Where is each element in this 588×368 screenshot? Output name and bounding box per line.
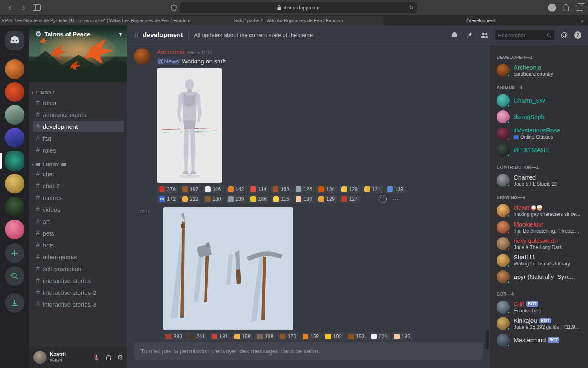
channel-item[interactable]: # memes: [33, 192, 124, 203]
server-icon[interactable]: [5, 128, 24, 148]
server-icon[interactable]: [5, 59, 24, 79]
member-item[interactable]: CliffBOT Écoute -help: [497, 299, 585, 315]
share-button[interactable]: [563, 4, 569, 11]
member-item[interactable]: Shal111 Writing for Teaful's Library: [497, 252, 585, 268]
new-tab-button[interactable]: +: [577, 16, 588, 25]
member-item[interactable]: dxringSoph: [497, 109, 585, 125]
server-icon[interactable]: [5, 220, 24, 239]
reaction-pill[interactable]: 121: [362, 185, 383, 193]
refresh-button[interactable]: ↻: [409, 4, 414, 11]
server-icon[interactable]: [5, 105, 24, 125]
reaction-pill[interactable]: 129: [316, 195, 337, 203]
server-icon[interactable]: [5, 197, 24, 216]
browser-tab[interactable]: #development: [385, 16, 577, 25]
member-item[interactable]: ricky goldsworth Joue à The Long Dark: [497, 236, 585, 252]
reaction-pill[interactable]: 139: [392, 332, 413, 340]
mentions-button[interactable]: @: [561, 31, 568, 39]
member-item[interactable]: Charred Joue à FL Studio 20: [497, 172, 585, 188]
more-options-button[interactable]: ⋯: [392, 195, 399, 203]
attachment-image[interactable]: [157, 68, 222, 183]
address-bar[interactable]: discordapp.com ↻: [180, 2, 417, 13]
channel-item[interactable]: # chat: [33, 168, 124, 180]
channel-item[interactable]: # chat-2: [33, 180, 124, 191]
channel-item[interactable]: # roles: [33, 144, 124, 156]
mute-mic-button[interactable]: [93, 354, 100, 361]
category-lobby[interactable]: ▾ LOBBY: [29, 156, 127, 168]
member-group-label[interactable]: ANIMUS—4: [497, 79, 585, 92]
reaction-pill[interactable]: 197: [180, 185, 201, 193]
channel-item[interactable]: # announcements: [33, 109, 124, 120]
reaction-pill[interactable]: OK 172: [157, 195, 178, 203]
message-avatar[interactable]: [134, 48, 150, 65]
reaction-pill[interactable]: 127: [339, 195, 360, 203]
member-item[interactable]: друг (Naturally_Synth...: [497, 269, 585, 285]
reaction-pill[interactable]: 130: [293, 195, 314, 203]
privacy-shield-icon[interactable]: [171, 4, 177, 11]
reaction-pill[interactable]: 158: [232, 332, 253, 340]
reaction-pill[interactable]: 130: [203, 195, 224, 203]
channel-item[interactable]: # faq: [33, 132, 124, 144]
tabs-overview-button[interactable]: [576, 5, 583, 11]
browser-tab[interactable]: RPG: Les Gardiens de Pyrrtalia (1) "La r…: [0, 16, 192, 25]
member-group-label[interactable]: BOT—4: [497, 285, 585, 299]
channel-item[interactable]: # interactive-stories-2: [33, 287, 124, 298]
member-item[interactable]: Mookieluvr Tip: Be threatening. Threaten…: [497, 219, 585, 236]
member-item[interactable]: MastermindBOT: [497, 332, 585, 348]
member-list-button[interactable]: [480, 31, 489, 39]
chat-scrollbar[interactable]: [486, 330, 489, 349]
downloads-button[interactable]: ↓: [548, 4, 556, 12]
channel-item[interactable]: # art: [33, 215, 124, 227]
reaction-pill[interactable]: 126: [293, 185, 314, 193]
reaction-pill[interactable]: 316: [203, 185, 224, 193]
member-item[interactable]: KinkajouBOT Joue à 15,392 guilds | 711,9…: [497, 315, 585, 332]
discord-home-button[interactable]: [5, 31, 24, 50]
reaction-pill[interactable]: 389: [163, 332, 185, 340]
user-avatar[interactable]: [33, 351, 47, 364]
help-button[interactable]: ?: [574, 31, 581, 39]
channel-item[interactable]: # pets: [33, 227, 124, 239]
server-icon[interactable]: [5, 82, 24, 102]
reaction-pill[interactable]: 378: [157, 185, 178, 193]
browser-forward-button[interactable]: ›: [19, 3, 29, 12]
reaction-pill[interactable]: 192: [323, 332, 344, 340]
reaction-pill[interactable]: 114: [248, 185, 269, 193]
explore-servers-button[interactable]: [5, 266, 24, 286]
reaction-pill[interactable]: 198: [254, 332, 276, 340]
member-item[interactable]: Charm_SW: [497, 92, 585, 109]
add-reaction-button[interactable]: [379, 195, 387, 203]
add-server-button[interactable]: [5, 243, 24, 263]
reaction-pill[interactable]: 170: [277, 332, 298, 340]
member-item[interactable]: clown making gay characters since 1...: [497, 202, 585, 219]
reaction-pill[interactable]: 134: [316, 185, 337, 193]
server-header[interactable]: ⚙ Talons of Peace ▾: [29, 25, 127, 43]
server-icon[interactable]: [5, 174, 24, 193]
notifications-bell-button[interactable]: [450, 31, 459, 39]
channel-item[interactable]: # rules: [33, 97, 124, 108]
browser-tab[interactable]: Salut! partie 2 | Wiki Au Royaumes de Fe…: [192, 16, 385, 25]
member-group-label[interactable]: CONTRIBUTOR—1: [497, 158, 585, 172]
download-apps-button[interactable]: [5, 293, 24, 313]
channel-item[interactable]: # development: [33, 121, 124, 132]
reaction-pill[interactable]: 139: [385, 185, 406, 193]
reaction-pill[interactable]: 115: [271, 195, 292, 203]
deafen-button[interactable]: [105, 354, 112, 361]
server-icon[interactable]: [5, 151, 24, 171]
pinned-messages-button[interactable]: [465, 31, 473, 39]
reaction-pill[interactable]: 166: [248, 195, 269, 203]
settings-button[interactable]: ⚙: [117, 353, 123, 362]
channel-topic[interactable]: All updates about the current state of t…: [194, 32, 314, 38]
member-group-label[interactable]: BIGWING—5: [497, 188, 585, 202]
reaction-pill[interactable]: 139: [225, 195, 247, 203]
message-author[interactable]: Archeonia: [157, 47, 185, 56]
reaction-pill[interactable]: 158: [300, 332, 321, 340]
browser-back-button[interactable]: ‹: [5, 3, 15, 12]
sidebar-toggle-button[interactable]: [33, 4, 41, 11]
channel-item[interactable]: # interactive-stories: [33, 275, 124, 286]
reaction-pill[interactable]: 142: [225, 185, 247, 193]
search-input[interactable]: [498, 32, 545, 38]
member-item[interactable]: iiMysteriousRose Online Classes: [497, 125, 585, 141]
channel-item[interactable]: # bots: [33, 239, 124, 251]
channel-item[interactable]: # interactive-stories-3: [33, 298, 124, 310]
channel-item[interactable]: # videos: [33, 204, 124, 215]
member-item[interactable]: ИIƎXTMAЯE: [497, 142, 585, 158]
